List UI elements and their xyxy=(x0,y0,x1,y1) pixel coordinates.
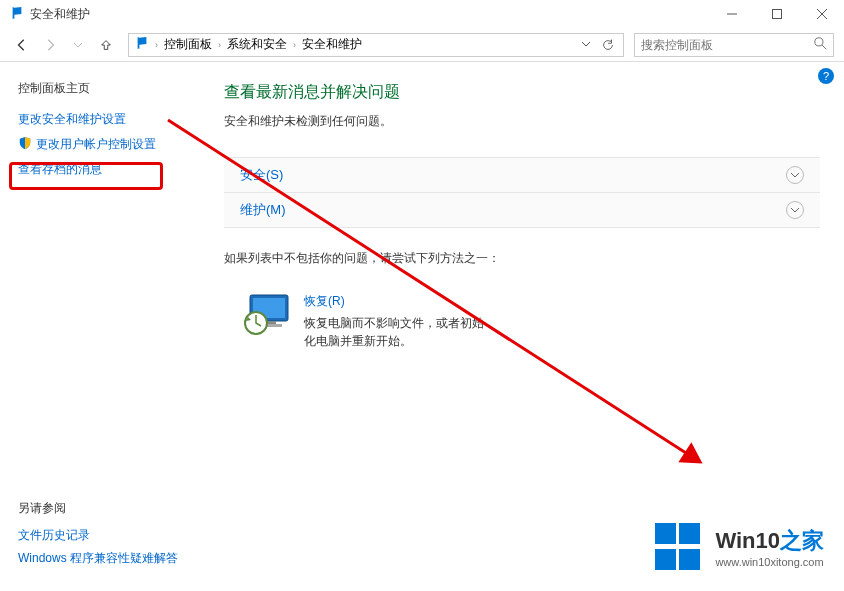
see-also-title: 另请参阅 xyxy=(18,500,178,517)
titlebar: 安全和维护 xyxy=(0,0,844,28)
footer-link-compat[interactable]: Windows 程序兼容性疑难解答 xyxy=(18,550,178,567)
chevron-down-icon xyxy=(786,166,804,184)
recovery-icon xyxy=(244,293,288,333)
refresh-button[interactable] xyxy=(597,34,619,56)
main-content: ? 查看最新消息并解决问题 安全和维护未检测到任何问题。 安全(S) 维护(M)… xyxy=(200,62,844,591)
see-also: 另请参阅 文件历史记录 Windows 程序兼容性疑难解答 xyxy=(18,500,178,573)
page-heading: 查看最新消息并解决问题 xyxy=(224,82,820,103)
sidebar-home[interactable]: 控制面板主页 xyxy=(18,80,188,97)
flag-icon xyxy=(135,36,149,53)
search-box[interactable] xyxy=(634,33,834,57)
recovery-desc: 恢复电脑而不影响文件，或者初始化电脑并重新开始。 xyxy=(304,314,484,350)
minimize-button[interactable] xyxy=(709,0,754,28)
recent-dropdown[interactable] xyxy=(66,33,90,57)
svg-point-4 xyxy=(815,37,823,45)
section-maintenance-label: 维护(M) xyxy=(240,201,786,219)
hint-text: 如果列表中不包括你的问题，请尝试下列方法之一： xyxy=(224,250,820,267)
footer-link-file-history[interactable]: 文件历史记录 xyxy=(18,527,178,544)
chevron-down-icon xyxy=(786,201,804,219)
forward-button[interactable] xyxy=(38,33,62,57)
help-icon[interactable]: ? xyxy=(818,68,834,84)
recovery-block: 恢复(R) 恢复电脑而不影响文件，或者初始化电脑并重新开始。 xyxy=(244,293,820,350)
svg-line-5 xyxy=(822,45,826,49)
breadcrumb[interactable]: › 控制面板 › 系统和安全 › 安全和维护 xyxy=(128,33,624,57)
sidebar-link-change-settings[interactable]: 更改安全和维护设置 xyxy=(18,111,188,128)
breadcrumb-item[interactable]: 系统和安全 xyxy=(227,36,287,53)
maximize-button[interactable] xyxy=(754,0,799,28)
windows-logo-icon xyxy=(655,523,703,571)
shield-icon xyxy=(18,136,32,153)
close-button[interactable] xyxy=(799,0,844,28)
page-subtitle: 安全和维护未检测到任何问题。 xyxy=(224,113,820,130)
breadcrumb-item[interactable]: 安全和维护 xyxy=(302,36,362,53)
search-input[interactable] xyxy=(641,38,814,52)
window-title: 安全和维护 xyxy=(30,6,90,23)
flag-icon xyxy=(10,6,24,23)
breadcrumb-sep: › xyxy=(218,40,221,50)
back-button[interactable] xyxy=(10,33,34,57)
section-security[interactable]: 安全(S) xyxy=(224,157,820,193)
sidebar-link-uac[interactable]: 更改用户帐户控制设置 xyxy=(18,136,188,153)
watermark-url: www.win10xitong.com xyxy=(715,556,824,568)
section-security-label: 安全(S) xyxy=(240,166,786,184)
breadcrumb-dropdown-icon[interactable] xyxy=(581,38,591,52)
search-icon[interactable] xyxy=(814,37,827,53)
up-button[interactable] xyxy=(94,33,118,57)
sidebar-link-archive[interactable]: 查看存档的消息 xyxy=(18,161,188,178)
watermark: Win10之家 www.win10xitong.com xyxy=(655,523,824,571)
window-controls xyxy=(709,0,844,28)
recovery-title[interactable]: 恢复(R) xyxy=(304,293,484,310)
section-maintenance[interactable]: 维护(M) xyxy=(224,192,820,228)
sidebar-link-uac-label: 更改用户帐户控制设置 xyxy=(36,136,156,153)
svg-rect-1 xyxy=(772,10,781,19)
breadcrumb-sep: › xyxy=(293,40,296,50)
breadcrumb-item[interactable]: 控制面板 xyxy=(164,36,212,53)
watermark-brand-b: 之家 xyxy=(780,528,824,553)
watermark-brand-a: Win10 xyxy=(715,528,780,553)
navbar: › 控制面板 › 系统和安全 › 安全和维护 xyxy=(0,28,844,62)
breadcrumb-sep: › xyxy=(155,40,158,50)
